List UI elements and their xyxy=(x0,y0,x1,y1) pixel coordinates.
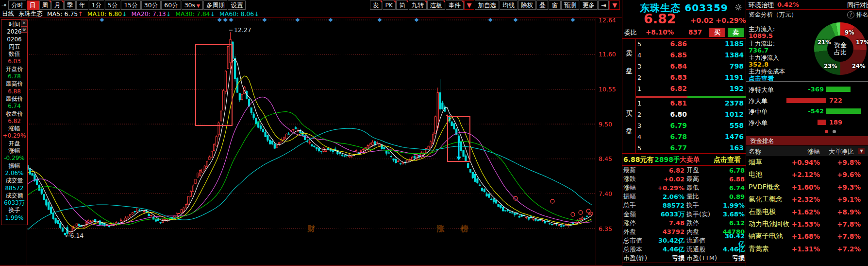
gear-icon[interactable]: ⊛ xyxy=(21,26,27,33)
order-book-row[interactable]: 26.801012 xyxy=(636,110,746,121)
quote-gear-icon[interactable] xyxy=(735,3,742,13)
weibi-value: +8.10% xyxy=(646,28,674,36)
stat-value: 6.12 xyxy=(721,219,745,227)
ma-line xyxy=(28,97,592,226)
book-price: 6.83 xyxy=(651,73,687,81)
tab-5分[interactable]: 5分 xyxy=(105,0,120,10)
rank-row[interactable]: 青蒿素+1.31%+7.2% xyxy=(746,243,868,255)
help-icon[interactable]: ? xyxy=(847,11,854,18)
stat-label: 总手 xyxy=(623,201,649,210)
event-diamond-icon[interactable] xyxy=(571,18,575,22)
stat-value: +0.02 xyxy=(649,176,684,183)
event-diamond-icon[interactable] xyxy=(514,18,518,22)
close-icon[interactable]: ✕ xyxy=(21,20,27,26)
rank-link[interactable]: ?排名 xyxy=(847,11,868,19)
stat-label: 金额 xyxy=(623,210,649,219)
event-diamond-icon[interactable] xyxy=(100,18,104,22)
order-book-row[interactable]: 56.77163 xyxy=(636,143,746,154)
rank-change: +1.53% xyxy=(786,220,820,228)
buy-button[interactable]: 买 xyxy=(709,28,725,37)
tab-1分[interactable]: 1分 xyxy=(89,0,104,10)
tab-周[interactable]: 周 xyxy=(39,0,51,10)
order-book-row[interactable]: 16.812378 xyxy=(636,99,746,109)
fund-detail-link[interactable]: 点击查看 xyxy=(749,74,774,83)
rank-row[interactable]: 动力电池回收+1.53%+7.8% xyxy=(746,218,868,230)
order-book-row[interactable]: 36.79558 xyxy=(636,121,746,132)
order-book-row[interactable]: 46.851384 xyxy=(636,51,746,61)
tab-15分[interactable]: 15分 xyxy=(121,0,140,10)
tab-月[interactable]: 月 xyxy=(51,0,64,10)
order-book-row[interactable]: 36.84798 xyxy=(636,62,746,72)
rank-row[interactable]: 钠离子电池+1.68%+7.8% xyxy=(746,230,868,242)
sort-desc-icon[interactable]: ▼ xyxy=(858,148,865,154)
stat-value: 3.68% xyxy=(721,211,745,218)
event-diamond-icon[interactable] xyxy=(378,18,382,22)
rank-row[interactable]: PVDF概念+1.60%+9.3% xyxy=(746,181,868,193)
candle-body xyxy=(50,207,51,213)
event-diamond-icon[interactable] xyxy=(488,18,493,22)
rank-row[interactable]: 氟化工概念+2.32%+9.1% xyxy=(746,193,868,205)
info-value: -0.29% xyxy=(1,155,27,162)
event-diamond-icon[interactable] xyxy=(223,18,228,22)
tab-简[interactable]: 简 xyxy=(396,0,408,10)
event-diamond-icon[interactable] xyxy=(296,18,300,22)
pager-dot[interactable] xyxy=(833,130,836,133)
sector-name[interactable]: 环境治理 xyxy=(749,1,774,10)
stock-title: 东珠生态 603359 xyxy=(622,1,746,15)
collapse-panel-icon[interactable]: ⇥ xyxy=(1,1,8,8)
rank-row[interactable]: 电池+2.12%+9.6% xyxy=(746,168,868,180)
signal-circle xyxy=(551,199,554,203)
tab-多周期[interactable]: 多周期 xyxy=(203,0,228,10)
order-book-row[interactable]: 26.831191 xyxy=(636,73,746,84)
rank-change: +1.68% xyxy=(786,232,820,240)
order-book-row[interactable]: 56.861185 xyxy=(636,39,746,50)
tab-30分[interactable]: 30分 xyxy=(141,0,161,10)
collapse-panel-icon[interactable]: ⇥ xyxy=(598,0,609,10)
tab-60分[interactable]: 60分 xyxy=(161,0,181,10)
tab-更多[interactable]: 更多 xyxy=(580,0,598,10)
event-diamond-icon[interactable] xyxy=(217,18,222,22)
watermark-char[interactable]: 涨 xyxy=(436,224,445,233)
rank-row[interactable]: 石墨电极+1.62%+8.9% xyxy=(746,206,868,218)
book-volume: 163 xyxy=(700,144,744,152)
order-book-row[interactable]: 16.82192 xyxy=(636,84,746,95)
watermark-char[interactable]: 榜 xyxy=(460,224,468,233)
order-book-row[interactable]: 46.781476 xyxy=(636,132,746,143)
tab-30s[interactable]: 30s▼ xyxy=(182,0,203,10)
candle-body xyxy=(62,228,63,231)
tab-连板[interactable]: 连板 xyxy=(427,0,445,10)
info-value: +0.29% xyxy=(1,132,27,140)
event-diamond-icon[interactable] xyxy=(229,18,234,22)
event-diamond-icon[interactable] xyxy=(263,18,267,22)
tab-叠[interactable]: 叠 xyxy=(536,0,549,10)
tab-加自选[interactable]: 加自选 xyxy=(475,0,499,10)
tab-事件[interactable]: 事件 xyxy=(446,0,464,10)
pager-dot-active[interactable] xyxy=(825,130,828,133)
tab-年[interactable]: 年 xyxy=(76,0,88,10)
tab-发[interactable]: 发 xyxy=(370,0,382,10)
tab-预测[interactable]: 预测 xyxy=(561,0,579,10)
stat-value: 4.46亿 xyxy=(721,245,745,254)
sell-button[interactable]: 卖 xyxy=(728,28,744,37)
watermark-char[interactable]: 财 xyxy=(307,224,315,233)
tab-季[interactable]: 季 xyxy=(64,0,76,10)
dropdown-arrow-icon[interactable]: ▼ xyxy=(609,0,620,10)
tab-均线[interactable]: 均线 xyxy=(500,0,517,10)
tab-除权[interactable]: 除权 xyxy=(518,0,536,10)
event-diamond-icon[interactable] xyxy=(415,18,419,22)
rank-row[interactable]: 烟草+0.94%+9.8% xyxy=(746,156,868,168)
dropdown-arrow-icon[interactable]: ▼ xyxy=(464,0,475,10)
tab-分时[interactable]: 分时 xyxy=(8,0,26,10)
tab-PK[interactable]: PK xyxy=(383,0,396,10)
tab-设置[interactable]: 设置 xyxy=(228,0,246,10)
dropdown-arrow-icon[interactable]: ▼ xyxy=(197,3,200,8)
rank-big-order-ratio: +9.6% xyxy=(829,171,861,178)
candle-body xyxy=(46,200,47,205)
peer-compare-link[interactable]: 同行对比 xyxy=(847,1,868,10)
tab-日[interactable]: 日 xyxy=(27,0,39,10)
tab-九转[interactable]: 九转 xyxy=(409,0,427,10)
candle-body xyxy=(253,114,254,118)
big-order-alert[interactable]: 6.88元有2898手大卖单点击查看 xyxy=(622,153,746,166)
tab-窗[interactable]: 窗 xyxy=(549,0,561,10)
event-diamond-icon[interactable] xyxy=(329,18,333,22)
